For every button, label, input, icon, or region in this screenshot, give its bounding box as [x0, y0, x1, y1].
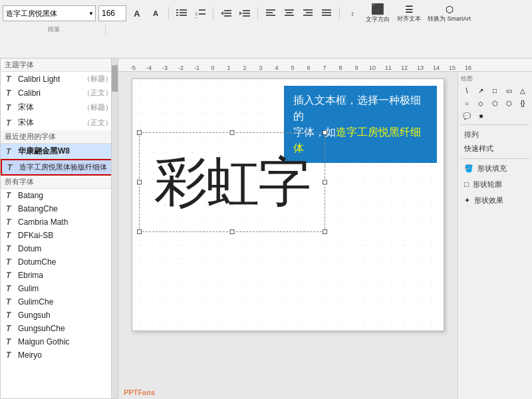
align-left-button[interactable]: [263, 5, 279, 21]
shape-arrow[interactable]: ↗: [475, 84, 487, 96]
shape-callout[interactable]: 💬: [461, 110, 473, 122]
handle-top-middle[interactable]: [230, 130, 235, 135]
font-icon-gulimche: T: [6, 297, 15, 307]
align-center-icon: [285, 9, 294, 17]
ruler-num-12: 7: [317, 65, 332, 71]
shape-triangle[interactable]: △: [517, 84, 529, 96]
svg-marker-10: [221, 11, 223, 15]
font-name-dotum: Dotum: [18, 244, 41, 253]
align-text-label[interactable]: 对齐文本: [397, 15, 421, 23]
handle-top-left[interactable]: [137, 130, 142, 135]
font-dropdown-arrow: ▼: [88, 11, 94, 17]
toolbar-row1: 造字工房悦黑体 ▼ 166 A A 1. 2.: [3, 1, 529, 25]
indent-decrease-button[interactable]: [218, 5, 234, 21]
increase-font-button[interactable]: A: [129, 5, 145, 21]
font-icon-t2: T: [6, 88, 15, 98]
text-direction-label[interactable]: 文字方向: [366, 15, 390, 24]
shape-rounded-rect[interactable]: ▭: [503, 84, 515, 96]
quick-styles-button[interactable]: 快速样式: [461, 142, 529, 156]
justify-button[interactable]: [319, 5, 334, 21]
font-item-dotum[interactable]: T Dotum: [1, 242, 118, 255]
shape-outline-button[interactable]: □ 形状轮廓: [461, 178, 529, 192]
shape-hexagon[interactable]: ⬡: [503, 97, 515, 109]
handle-bottom-left[interactable]: [137, 229, 142, 234]
font-item-batang[interactable]: T Batang: [1, 189, 118, 202]
shape-line[interactable]: \: [461, 84, 473, 96]
svg-rect-5: [180, 15, 187, 16]
font-item-batangche[interactable]: T BatangChe: [1, 202, 118, 215]
line-spacing-button[interactable]: ↕: [344, 5, 360, 21]
arrange-section: 排列 快速样式: [461, 124, 529, 156]
svg-rect-28: [322, 12, 331, 13]
svg-rect-16: [243, 13, 250, 14]
handle-top-right[interactable]: [323, 130, 327, 135]
shape-pentagon[interactable]: ⬠: [489, 97, 501, 109]
font-item-zaozi-selected[interactable]: T 造字工房悦黑体验版纤细体: [1, 159, 118, 176]
shape-fill-button[interactable]: 🪣 形状填充: [461, 162, 529, 176]
convert-smartart-icon: ⬡: [446, 4, 454, 15]
font-item-huakang[interactable]: T 华康翩金黑W8: [1, 144, 118, 159]
font-item-gulimche[interactable]: T GulimChe: [1, 295, 118, 309]
indent-increase-button[interactable]: [237, 5, 253, 21]
font-item-gulim[interactable]: T Gulim: [1, 282, 118, 295]
handle-bottom-middle[interactable]: [230, 229, 235, 234]
align-right-icon: [303, 9, 313, 17]
font-item-meiryo[interactable]: T Meiryo: [1, 348, 118, 362]
convert-smartart-group: ⬡ 转换为 SmartArt: [426, 4, 473, 23]
svg-marker-14: [239, 11, 242, 15]
shape-effect-label: 形状效果: [474, 196, 503, 204]
svg-rect-13: [224, 15, 231, 17]
align-text-group: ☰ 对齐文本: [395, 4, 423, 23]
svg-rect-9: [199, 13, 205, 15]
font-icon-dfkai: T: [6, 231, 15, 240]
font-icon-malgun: T: [6, 337, 15, 346]
font-item-dfkai[interactable]: T DFKai-SB: [1, 229, 118, 242]
font-name-gulimche: GulimChe: [18, 297, 53, 307]
handle-middle-left[interactable]: [137, 180, 142, 185]
text-selection-box[interactable]: 彩虹字: [139, 132, 325, 232]
shape-oval[interactable]: ○: [461, 97, 473, 109]
font-item-songti-body[interactable]: T 宋体 （正文）: [1, 115, 118, 130]
font-item-calibri[interactable]: T Calibri （正文）: [1, 86, 118, 100]
shape-diamond[interactable]: ◇: [475, 97, 487, 109]
font-item-malgun[interactable]: T Malgun Gothic: [1, 335, 118, 348]
font-tag-songti-title: （标题）: [83, 102, 112, 112]
svg-rect-11: [224, 10, 231, 11]
font-item-ebrima[interactable]: T Ebrima: [1, 269, 118, 282]
font-icon-gulim: T: [6, 284, 15, 293]
scrollbar-thumb[interactable]: [112, 65, 118, 92]
handle-middle-right[interactable]: [323, 180, 327, 185]
shape-effect-button[interactable]: ✦ 形状效果: [461, 194, 529, 207]
font-icon-gungsuhche: T: [6, 324, 15, 333]
convert-smartart-label[interactable]: 转换为 SmartArt: [428, 15, 471, 23]
shape-brace[interactable]: {}: [517, 97, 529, 109]
shape-rect[interactable]: □: [489, 84, 501, 96]
font-name-gungsuh: Gungsuh: [18, 311, 51, 320]
font-size-box[interactable]: 166: [98, 5, 126, 21]
font-name-malgun: Malgun Gothic: [18, 337, 69, 346]
decrease-font-button[interactable]: A: [148, 5, 164, 21]
font-item-dotumche[interactable]: T DotumChe: [1, 255, 118, 269]
svg-rect-7: [199, 9, 205, 11]
indent-increase-icon: [239, 9, 250, 18]
font-name-dfkai: DFKai-SB: [18, 231, 53, 240]
main-area: 主题字体 T Calibri Light （标题） T Calibri （正文）…: [0, 59, 532, 399]
bullet-list-button[interactable]: [174, 5, 190, 21]
font-item-gungsuh[interactable]: T Gungsuh: [1, 309, 118, 322]
font-item-calibri-light[interactable]: T Calibri Light （标题）: [1, 72, 118, 86]
align-right-button[interactable]: [300, 5, 316, 21]
shapes-grid: \ ↗ □ ▭ △ ○ ◇ ⬠ ⬡ {} 💬 ★: [461, 84, 529, 122]
font-item-songti-title[interactable]: T 宋体 （标题）: [1, 100, 118, 115]
font-icon-ebrima: T: [6, 271, 15, 280]
ruler-num-13: 8: [332, 65, 348, 71]
font-item-cambria[interactable]: T Cambria Math: [1, 215, 118, 229]
arrange-button[interactable]: 排列: [461, 128, 529, 142]
handle-bottom-right[interactable]: [323, 229, 327, 234]
shape-effect-icon: ✦: [464, 196, 470, 204]
font-name-selector[interactable]: 造字工房悦黑体 ▼: [3, 5, 96, 21]
shape-star[interactable]: ★: [475, 110, 487, 122]
font-item-gungsuhche[interactable]: T GungsuhChe: [1, 322, 118, 335]
scrollbar[interactable]: [111, 59, 118, 398]
numbered-list-button[interactable]: 1. 2.: [192, 5, 208, 21]
align-center-button[interactable]: [281, 5, 297, 21]
